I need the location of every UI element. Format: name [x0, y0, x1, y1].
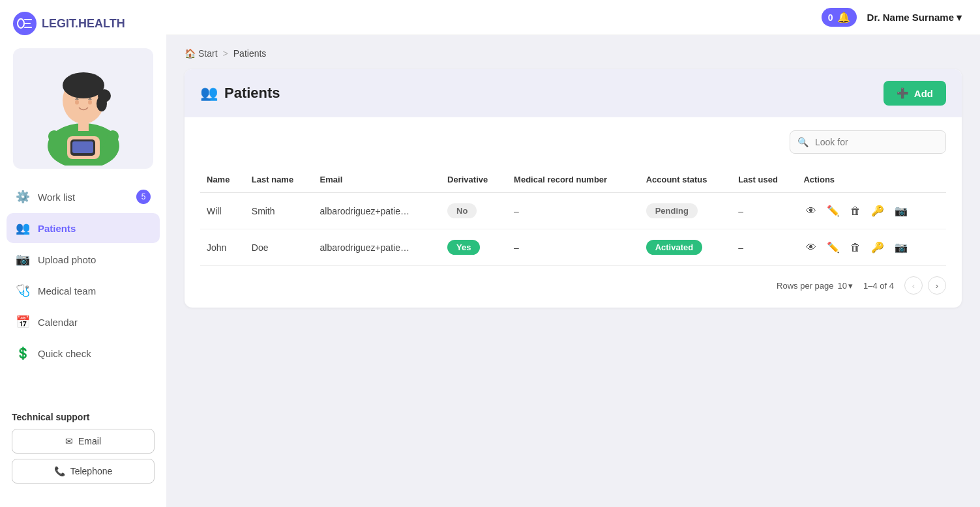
search-icon: 🔍 — [797, 137, 809, 147]
main-area: 0 🔔 Dr. Name Surname ▾ 🏠 Start > Patient… — [166, 0, 980, 507]
search-input[interactable] — [790, 130, 946, 154]
calendar-icon: 📅 — [16, 315, 30, 329]
rows-per-page: Rows per page 10 ▾ — [777, 281, 853, 291]
sidebar-item-worklist[interactable]: ⚙️ Work list 5 — [7, 182, 160, 212]
table-area: 🔍 Name Last name Email Derivative Medica… — [185, 117, 962, 308]
email-icon: ✉ — [65, 436, 73, 446]
sidebar-item-patients[interactable]: 👥 Patients — [7, 213, 160, 243]
patient-medical-record: – — [507, 193, 640, 229]
page-header: 👥 Patients ➕ Add — [185, 69, 962, 117]
tech-support-title: Technical support — [12, 412, 155, 422]
next-page-button[interactable]: › — [928, 276, 946, 295]
chevron-down-icon: ▾ — [957, 12, 962, 23]
col-derivative: Derivative — [441, 167, 507, 193]
breadcrumb-home[interactable]: 🏠 Start — [185, 48, 218, 59]
sidebar-item-quick-check[interactable]: 💲 Quick check — [7, 338, 160, 368]
content-area: 🏠 Start > Patients 👥 Patients ➕ Add — [166, 35, 980, 507]
add-icon: ➕ — [897, 87, 909, 99]
telephone-button[interactable]: 📞 Telephone — [12, 459, 155, 484]
status-badge: Activated — [646, 240, 703, 255]
header: 0 🔔 Dr. Name Surname ▾ — [166, 0, 980, 35]
page-navigation: ‹ › — [904, 276, 946, 295]
breadcrumb-separator: > — [223, 48, 228, 59]
home-icon: 🏠 — [185, 48, 196, 59]
prev-page-button[interactable]: ‹ — [904, 276, 923, 295]
table-body: Will Smith albarodriguez+patie… No – Pen… — [200, 193, 946, 266]
avatar-card — [13, 48, 153, 169]
actions-cell: 👁 ✏️ 🗑 🔑 📷 — [803, 202, 940, 220]
col-last-name: Last name — [245, 167, 314, 193]
notification-button[interactable]: 0 🔔 — [822, 8, 857, 27]
medical-team-icon: 🩺 — [16, 283, 30, 298]
derivative-badge: Yes — [447, 240, 480, 255]
sidebar-item-label: Quick check — [38, 348, 91, 359]
tech-support: Technical support ✉ Email 📞 Telephone — [0, 401, 166, 494]
patient-account-status: Activated — [640, 229, 732, 266]
breadcrumb-current: Patients — [233, 48, 267, 59]
avatar-area — [0, 42, 166, 182]
upload-icon: 📷 — [16, 252, 30, 267]
delete-icon[interactable]: 🗑 — [848, 239, 863, 256]
logo-text: LEGIT.HEALTH — [42, 17, 125, 31]
svg-rect-11 — [78, 122, 89, 131]
patient-email: albarodriguez+patie… — [314, 229, 441, 266]
header-right: 0 🔔 Dr. Name Surname ▾ — [822, 8, 962, 27]
sidebar-item-calendar[interactable]: 📅 Calendar — [7, 307, 160, 337]
email-button[interactable]: ✉ Email — [12, 429, 155, 454]
page-info: 1–4 of 4 — [863, 281, 894, 291]
edit-icon[interactable]: ✏️ — [824, 202, 842, 220]
rows-select[interactable]: 10 ▾ — [838, 281, 853, 291]
actions-cell: 👁 ✏️ 🗑 🔑 📷 — [803, 239, 940, 256]
bell-icon: 🔔 — [837, 11, 850, 23]
camera-icon[interactable]: 📷 — [892, 239, 910, 256]
svg-point-15 — [98, 89, 111, 102]
search-row: 🔍 — [200, 130, 946, 154]
patient-last-name: Smith — [245, 193, 314, 229]
patient-derivative: Yes — [441, 229, 507, 266]
search-wrap: 🔍 — [790, 130, 946, 154]
patient-last-used: – — [732, 193, 797, 229]
sidebar-item-upload[interactable]: 📷 Upload photo — [7, 244, 160, 274]
svg-point-10 — [88, 100, 92, 105]
view-icon[interactable]: 👁 — [803, 203, 819, 220]
rows-per-page-value: 10 — [838, 281, 847, 291]
key-icon[interactable]: 🔑 — [869, 202, 887, 220]
derivative-badge: No — [447, 203, 477, 218]
worklist-badge: 5 — [136, 190, 151, 204]
sidebar-item-label: Patients — [38, 223, 76, 234]
edit-icon[interactable]: ✏️ — [824, 239, 842, 256]
delete-icon[interactable]: 🗑 — [848, 203, 863, 220]
sidebar: LEGIT.HEALTH — [0, 0, 166, 507]
col-actions: Actions — [797, 167, 946, 193]
key-icon[interactable]: 🔑 — [869, 239, 887, 256]
logo-icon — [13, 12, 37, 35]
page-title-area: 👥 Patients — [200, 85, 280, 102]
user-name-label: Dr. Name Surname — [867, 12, 954, 23]
pagination: Rows per page 10 ▾ 1–4 of 4 ‹ › — [200, 276, 946, 295]
breadcrumb-home-label: Start — [198, 48, 218, 59]
table-row: Will Smith albarodriguez+patie… No – Pen… — [200, 193, 946, 229]
patients-card: 👥 Patients ➕ Add 🔍 — [185, 69, 962, 308]
sidebar-item-label: Work list — [38, 192, 75, 203]
email-label: Email — [78, 436, 101, 446]
patients-table: Name Last name Email Derivative Medical … — [200, 167, 946, 266]
col-email: Email — [314, 167, 441, 193]
sidebar-item-label: Upload photo — [38, 254, 96, 265]
page-title: Patients — [224, 85, 280, 102]
logo-area: LEGIT.HEALTH — [0, 0, 166, 42]
camera-icon[interactable]: 📷 — [892, 202, 910, 220]
user-menu[interactable]: Dr. Name Surname ▾ — [867, 12, 962, 23]
notification-count: 0 — [828, 12, 833, 23]
view-icon[interactable]: 👁 — [803, 239, 819, 256]
svg-rect-14 — [72, 141, 93, 153]
svg-point-9 — [75, 100, 79, 105]
add-patient-button[interactable]: ➕ Add — [883, 81, 946, 106]
patient-derivative: No — [441, 193, 507, 229]
rows-dropdown-icon: ▾ — [848, 281, 853, 291]
avatar — [31, 51, 136, 166]
patient-email: albarodriguez+patie… — [314, 193, 441, 229]
patients-icon: 👥 — [16, 221, 30, 235]
col-last-used: Last used — [732, 167, 797, 193]
sidebar-item-medical-team[interactable]: 🩺 Medical team — [7, 276, 160, 306]
table-row: John Doe albarodriguez+patie… Yes – Acti… — [200, 229, 946, 266]
